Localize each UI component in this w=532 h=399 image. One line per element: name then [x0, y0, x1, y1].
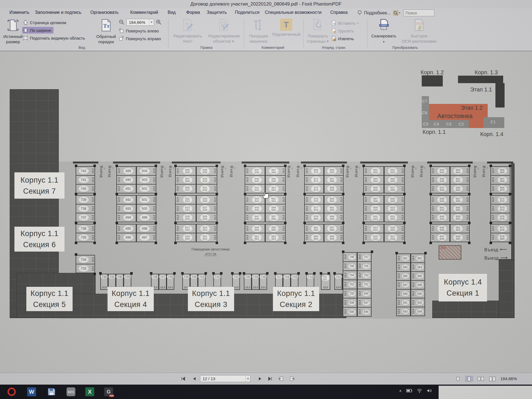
page-indicator-combo[interactable]: 12 / 13 ▼: [200, 375, 250, 382]
search-input[interactable]: [403, 9, 434, 16]
previous-view-button[interactable]: [278, 375, 285, 382]
search-icon[interactable]: [393, 10, 401, 16]
parking-cell: 55555613,3: [265, 224, 286, 233]
word-icon[interactable]: W: [27, 387, 37, 397]
parking-cell: 13,3603604: [363, 175, 384, 185]
first-page-button[interactable]: [180, 375, 187, 382]
pillar: [274, 272, 277, 275]
continuous-facing-view-button[interactable]: [488, 376, 497, 382]
parking-cell: 56156213,3: [265, 195, 286, 204]
menu-item-9[interactable]: Специальные возможности: [265, 10, 321, 15]
pillar: [362, 242, 365, 244]
parking-cell: 13,3647648: [430, 233, 450, 242]
tell-me-more[interactable]: Подробнее...: [364, 11, 391, 16]
parking-cell: 13,3513514: [175, 204, 196, 213]
minimap-c5-label: C5: [423, 122, 428, 126]
zoom-out-icon[interactable]: [119, 19, 125, 25]
whole-page-button[interactable]: Страница целиком: [23, 19, 66, 26]
opera-icon[interactable]: [7, 387, 17, 397]
parking-cell: 13,3639640: [430, 195, 450, 204]
prev-page-button[interactable]: [191, 375, 198, 382]
parking-cell: 56356413,3: [265, 184, 286, 193]
menu-item-4[interactable]: Комментарий: [130, 10, 158, 15]
menu-item-7[interactable]: Защитить: [207, 10, 227, 15]
pillar: [328, 272, 330, 275]
pillar: [468, 242, 470, 244]
menu-item-3[interactable]: Организовать: [90, 10, 119, 15]
fit-visible-button[interactable]: Подогнать видимую область: [23, 35, 85, 41]
parking-cell: 13,3669670: [490, 184, 510, 193]
minimap-shape: [458, 76, 503, 83]
monitor-screen: Договор долевого участия_20220120_080649…: [0, 0, 532, 399]
parking-cell: 62963013,3: [384, 175, 405, 185]
tray-chevron-icon[interactable]: ∧: [399, 388, 402, 393]
parking-cell: 49713,3: [136, 233, 156, 242]
parking-cell: 13,3545546: [245, 204, 265, 213]
exit-label: ↓Выезд: [412, 166, 417, 192]
reverse-order-button[interactable]: Tт Обратный порядок: [91, 19, 121, 44]
scan-button[interactable]: Сканировать▾: [369, 19, 399, 44]
next-view-button[interactable]: [288, 375, 295, 382]
menu-item-10[interactable]: Справка: [330, 10, 348, 15]
extract-page-button[interactable]: Извлечь: [331, 35, 354, 42]
next-page-button[interactable]: [257, 375, 264, 382]
pillar: [93, 193, 96, 195]
menu-item-5[interactable]: Вид: [168, 10, 176, 15]
rotate-left-button[interactable]: Повернуть влево: [119, 27, 159, 34]
parking-cell: 65365413,3: [450, 213, 470, 222]
rotate-pages-button: Повернуть страницы ▾: [303, 19, 333, 44]
parking-cell: 13,3681: [396, 254, 411, 263]
wifi-icon[interactable]: [417, 388, 422, 393]
zoom-dropdown-arrow[interactable]: ▼: [149, 19, 154, 25]
parking-cell: 58959013,3: [324, 213, 344, 222]
speaker-icon[interactable]: [427, 388, 432, 393]
pillar: [303, 193, 306, 195]
taskbar-light-panel[interactable]: [439, 386, 532, 399]
zoom-in-icon[interactable]: [156, 19, 162, 25]
parking-cell: 13,3673674: [490, 204, 510, 213]
single-page-view-button[interactable]: [454, 376, 462, 382]
parking-cell: 73313,3: [76, 264, 95, 273]
entry-label: ↑Въезд: [231, 166, 236, 192]
last-page-button[interactable]: [267, 375, 274, 382]
parking-cell: 13,3490: [116, 175, 136, 185]
parking-cell: 63163213,3: [384, 166, 405, 176]
parking-cell: 13,3575576: [304, 195, 324, 204]
fit-width-button[interactable]: По ширине: [22, 27, 53, 34]
hall-right-wall: [511, 163, 515, 260]
menu-item-6[interactable]: Форма: [186, 10, 200, 15]
pillar: [429, 222, 432, 224]
insert-page-button: Вставить▾: [331, 20, 359, 26]
menu-item-8[interactable]: Поделиться: [235, 10, 259, 15]
minimap-korp-1-4-label: Корп. 1.4: [480, 131, 503, 137]
hall-top-wall: [360, 162, 408, 163]
excel-icon[interactable]: X: [85, 387, 95, 397]
parking-cell: 62562613,3: [384, 195, 405, 204]
minimap-korp-1-1-label: Корп. 1.1: [423, 129, 446, 135]
parking-cell: 13,3677678: [490, 224, 510, 233]
parking-cell: 13,3689: [396, 289, 411, 298]
edit-text-button: T Редактировать текст: [172, 19, 203, 44]
rotate-right-button[interactable]: Повернуть вправо: [119, 35, 161, 42]
parking-cell: 72013,3: [244, 274, 252, 290]
parking-cell: 13,3707: [357, 252, 372, 262]
menu-item-2[interactable]: Заполнение и подпись: [35, 10, 81, 15]
pillar: [509, 242, 511, 244]
pillar: [239, 272, 241, 275]
entry-label: ↑Въезд: [170, 166, 175, 192]
pillar: [509, 193, 511, 195]
parking-cell: 13,3693: [396, 307, 411, 316]
pillar: [403, 222, 406, 224]
battery-icon[interactable]: [406, 389, 412, 392]
continuous-view-button[interactable]: [465, 376, 473, 382]
pdf-page-parking-plan[interactable]: 74213,374113,374013,373913,373813,373713…: [0, 51, 532, 373]
parking-cell: 13,3679680: [490, 233, 510, 242]
minimap-shape: [495, 83, 505, 108]
parking-cell: 49813,3: [136, 224, 156, 233]
g-pdf-icon[interactable]: G PDF: [104, 387, 114, 397]
save-floppy-icon[interactable]: [47, 387, 57, 397]
menu-item-1[interactable]: Изменить: [9, 10, 29, 15]
zoom-level-combo[interactable]: 184,66% ▼: [126, 19, 154, 26]
media-321-icon[interactable]: 321: [66, 387, 76, 397]
facing-view-button[interactable]: [477, 376, 485, 382]
